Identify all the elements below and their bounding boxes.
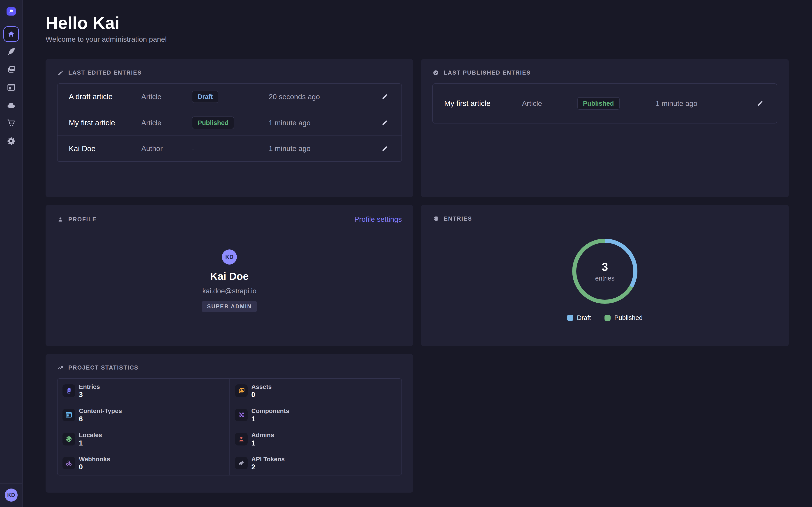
card-title: ENTRIES: [444, 215, 472, 222]
home-icon: [7, 30, 15, 38]
entry-type: Article: [141, 93, 192, 101]
stat-value: 0: [79, 463, 110, 470]
entries-card: ENTRIES 3 entries Draft: [421, 205, 789, 346]
sidebar-item-content-type-builder[interactable]: [6, 82, 16, 93]
sidebar-divider: [0, 483, 22, 484]
sidebar-item-content-manager[interactable]: [6, 47, 16, 57]
stat-components: Components 1: [230, 403, 402, 427]
card-header: PROJECT STATISTICS: [57, 364, 402, 371]
legend-label: Draft: [577, 314, 591, 322]
project-statistics-card: PROJECT STATISTICS Entries 3 Assets: [46, 354, 413, 493]
molecule-icon: [238, 411, 245, 419]
strapi-logo[interactable]: [6, 7, 16, 15]
entry-time: 1 minute ago: [269, 119, 378, 127]
stats-table: Entries 3 Assets 0 Con: [57, 378, 402, 475]
app-root: KD Hello Kai Welcome to your administrat…: [0, 0, 812, 507]
status-empty: -: [192, 145, 194, 153]
strapi-logo-icon: [8, 8, 14, 15]
card-title: LAST EDITED ENTRIES: [68, 69, 142, 76]
cloud-icon: [6, 100, 16, 110]
gear-icon: [6, 136, 16, 146]
edit-entry-button[interactable]: [379, 92, 390, 102]
profile-card: PROFILE Profile settings KD Kai Doe kai.…: [46, 205, 413, 346]
last-published-table: My first article Article Published 1 min…: [433, 83, 777, 123]
entries-total: 3: [602, 260, 608, 274]
sidebar: KD: [0, 0, 23, 507]
sidebar-item-settings[interactable]: [6, 136, 16, 146]
stat-value: 1: [79, 440, 102, 447]
profile-email: kai.doe@strapi.io: [202, 287, 256, 295]
globe-icon: [65, 435, 72, 443]
entry-time: 1 minute ago: [269, 145, 378, 153]
pencil-icon: [57, 69, 64, 76]
entry-type: Author: [141, 145, 192, 153]
entry-type: Article: [522, 99, 577, 108]
entries-total-label: entries: [595, 275, 615, 282]
stat-value: 6: [79, 415, 122, 422]
profile-settings-link[interactable]: Profile settings: [354, 215, 402, 224]
layout-icon: [6, 82, 16, 93]
status-badge: Draft: [192, 91, 218, 103]
stat-assets: Assets 0: [230, 379, 402, 403]
webhook-icon: [65, 459, 72, 467]
images-icon: [6, 65, 16, 74]
key-icon: [238, 459, 245, 467]
layout-icon: [65, 411, 72, 419]
stat-api-tokens: API Tokens 2: [230, 451, 402, 475]
entries-donut: 3 entries: [572, 239, 638, 304]
card-title: PROJECT STATISTICS: [68, 364, 139, 371]
last-edited-entries-card: LAST EDITED ENTRIES A draft article Arti…: [46, 59, 413, 197]
entry-name: A draft article: [69, 93, 141, 101]
stat-value: 1: [251, 440, 274, 447]
documents-icon: [65, 387, 72, 395]
last-published-entries-card: LAST PUBLISHED ENTRIES My first article …: [421, 59, 789, 197]
stat-value: 0: [251, 391, 271, 398]
sidebar-item-deploy[interactable]: [6, 100, 16, 110]
legend-swatch-published: [605, 315, 611, 321]
legend-item: Draft: [567, 314, 591, 322]
legend-label: Published: [614, 314, 643, 322]
entry-name: Kai Doe: [69, 145, 141, 153]
role-badge: SUPER ADMIN: [202, 301, 257, 312]
stat-label: Webhooks: [79, 456, 110, 463]
stat-entries: Entries 3: [57, 379, 230, 403]
page-title: Hello Kai: [46, 14, 789, 32]
card-header: ENTRIES: [433, 215, 777, 222]
sidebar-bottom: KD: [0, 483, 22, 507]
stat-label: Assets: [251, 383, 271, 391]
stat-label: Admins: [251, 432, 274, 439]
avatar[interactable]: KD: [5, 489, 17, 501]
table-row: My first article Article Published 1 min…: [57, 110, 402, 136]
images-icon: [238, 387, 245, 395]
sidebar-item-home[interactable]: [3, 26, 19, 42]
avatar: KD: [222, 249, 237, 265]
pencil-icon: [382, 119, 388, 126]
stat-locales: Locales 1: [57, 427, 230, 451]
card-header: LAST PUBLISHED ENTRIES: [433, 69, 777, 76]
main-content: Hello Kai Welcome to your administration…: [23, 0, 812, 507]
sidebar-item-media-library[interactable]: [6, 64, 16, 75]
trending-up-icon: [57, 364, 64, 371]
pencil-icon: [382, 93, 388, 100]
chart-legend: Draft Published: [567, 314, 643, 322]
page-subtitle: Welcome to your administration panel: [46, 35, 789, 44]
entry-name: My first article: [444, 99, 522, 108]
stat-label: API Tokens: [251, 456, 285, 463]
legend-item: Published: [605, 314, 643, 322]
edit-entry-button[interactable]: [755, 98, 766, 109]
stat-value: 2: [251, 463, 285, 470]
stat-label: Entries: [79, 383, 100, 391]
profile-name: Kai Doe: [210, 270, 249, 282]
sidebar-item-marketplace[interactable]: [6, 118, 16, 128]
edit-entry-button[interactable]: [379, 144, 390, 154]
entry-name: My first article: [69, 118, 141, 127]
stat-label: Components: [251, 407, 289, 414]
stat-value: 1: [251, 415, 289, 422]
table-row: My first article Article Published 1 min…: [433, 84, 777, 123]
stat-value: 3: [79, 391, 100, 398]
edit-entry-button[interactable]: [379, 118, 390, 128]
feather-icon: [6, 47, 16, 57]
stat-content-types: Content-Types 6: [57, 403, 230, 427]
stat-admins: Admins 1: [230, 427, 402, 451]
legend-swatch-draft: [567, 315, 573, 321]
